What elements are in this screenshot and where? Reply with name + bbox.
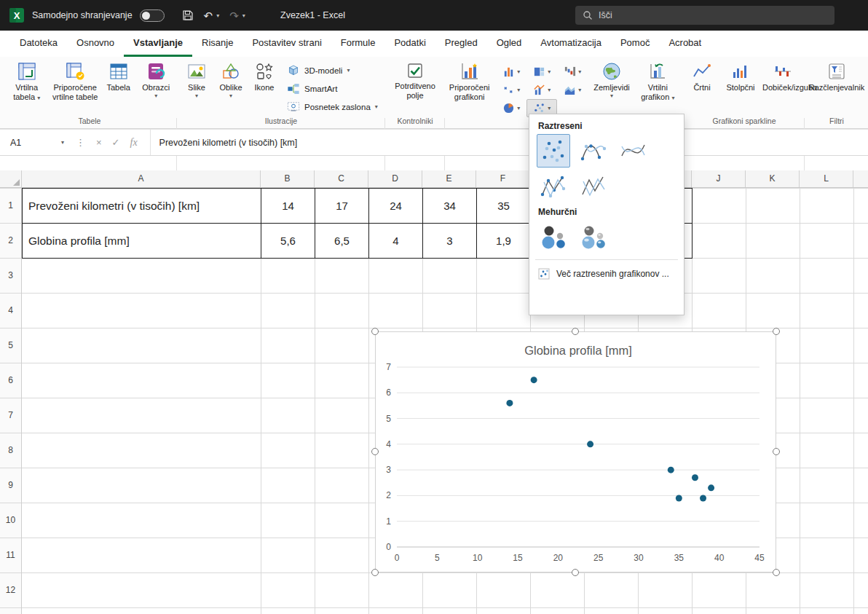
screenshot-button[interactable]: Posnetek zaslona ▾ — [287, 98, 378, 116]
confirm-entry-icon[interactable]: ✓ — [107, 137, 125, 148]
column-chart-button[interactable]: ▾ — [496, 63, 526, 81]
row-header-10[interactable]: 10 — [0, 503, 21, 538]
tab-podatki[interactable]: Podatki — [384, 31, 435, 57]
row-header-2[interactable]: 2 — [0, 223, 21, 258]
tab-datoteka[interactable]: Datoteka — [10, 31, 67, 57]
cancel-entry-icon[interactable]: × — [91, 137, 107, 148]
cell-d1[interactable]: 24 — [369, 189, 423, 224]
chart-selection-handle[interactable] — [371, 328, 379, 335]
name-box[interactable]: A1 ▾ — [0, 130, 70, 155]
cell-d2[interactable]: 4 — [369, 224, 423, 259]
insert-function-icon[interactable]: fx — [125, 137, 143, 149]
area-chart-button[interactable]: ▾ — [557, 81, 588, 99]
cell-e1[interactable]: 34 — [423, 189, 477, 224]
sparkline-line-button[interactable]: Črtni — [685, 58, 719, 93]
excel-logo-icon[interactable]: X — [9, 7, 25, 23]
cell-c1[interactable]: 17 — [315, 189, 369, 224]
column-header-l[interactable]: L — [800, 170, 853, 187]
chart-selection-handle[interactable] — [773, 569, 780, 576]
column-header-j[interactable]: J — [692, 170, 746, 187]
row-header-1[interactable]: 1 — [0, 188, 21, 223]
waterfall-chart-button[interactable]: ▾ — [557, 63, 588, 81]
sparkline-winloss-button[interactable]: Dobiček/izguba — [762, 58, 803, 93]
tab-osnovno[interactable]: Osnovno — [67, 31, 124, 57]
scatter-straight-option[interactable] — [577, 170, 610, 204]
autosave-toggle[interactable] — [140, 9, 165, 22]
row-header-12[interactable]: 12 — [0, 572, 21, 607]
column-header-c[interactable]: C — [315, 170, 368, 187]
cell-e2[interactable]: 3 — [423, 224, 477, 259]
cell-f1[interactable]: 35 — [477, 189, 531, 224]
undo-chevron-icon[interactable]: ▾ — [216, 12, 219, 19]
cell-a2[interactable]: Globina profila [mm] — [23, 224, 261, 259]
row-header-11[interactable]: 11 — [0, 538, 21, 572]
column-header-e[interactable]: E — [422, 170, 476, 187]
column-header-a[interactable]: A — [22, 170, 261, 187]
tab-acrobat[interactable]: Acrobat — [659, 31, 711, 57]
smartart-button[interactable]: SmartArt — [287, 79, 378, 98]
hierarchy-chart-button[interactable]: ▾ — [526, 63, 557, 81]
tab-postavitev-strani[interactable]: Postavitev strani — [242, 31, 331, 57]
column-header-k[interactable]: K — [746, 170, 800, 187]
cell-b1[interactable]: 14 — [261, 189, 315, 224]
tab-risanje[interactable]: Risanje — [192, 31, 242, 57]
tab-ogled[interactable]: Ogled — [487, 31, 532, 57]
pictures-button[interactable]: Slike▾ — [181, 58, 213, 99]
forms-button[interactable]: Obrazci▾ — [137, 58, 175, 99]
chart-selection-handle[interactable] — [773, 328, 780, 335]
tab-formule[interactable]: Formule — [331, 31, 385, 57]
row-header-4[interactable]: 4 — [0, 293, 21, 328]
tab-vstavljanje[interactable]: Vstavljanje — [124, 31, 192, 57]
checkbox-control-button[interactable]: Potrditveno polje — [389, 58, 441, 101]
row-header-7[interactable]: 7 — [0, 398, 21, 433]
row-header-9[interactable]: 9 — [0, 468, 21, 503]
more-scatter-charts-item[interactable]: Več raztresenih grafikonov ... — [529, 264, 684, 283]
row-header-3[interactable]: 3 — [0, 258, 21, 293]
sparkline-column-button[interactable]: Stolpčni — [722, 58, 760, 93]
chart-selection-handle[interactable] — [572, 328, 579, 335]
undo-icon[interactable]: ↶ — [204, 10, 213, 21]
chart-selection-handle[interactable] — [371, 569, 379, 576]
cell-c2[interactable]: 6,5 — [315, 224, 369, 259]
search-box[interactable]: Išči — [575, 6, 835, 25]
cell-b2[interactable]: 5,6 — [261, 224, 315, 259]
select-all-corner[interactable] — [0, 170, 22, 187]
recommended-pivots-button[interactable]: Priporočene vrtilne tabele — [50, 58, 99, 102]
pivot-chart-button[interactable]: Vrtilni grafikon ▾ — [636, 58, 680, 102]
line-chart-button[interactable]: ▾ — [496, 81, 526, 99]
scatter-option[interactable] — [537, 134, 570, 168]
table-button[interactable]: Tabela — [101, 58, 136, 93]
pivot-table-button[interactable]: Vrtilna tabela ▾ — [4, 58, 49, 102]
save-icon[interactable] — [182, 9, 194, 21]
name-box-chevron-icon[interactable]: ▾ — [61, 139, 64, 146]
combo-chart-button[interactable]: ▾ — [526, 81, 557, 99]
formula-content[interactable]: Prevoženi kilometri (v tisočih) [km] — [150, 130, 298, 155]
tab-pomoc[interactable]: Pomoč — [611, 31, 659, 57]
column-header-f[interactable]: F — [476, 170, 530, 187]
scatter-smooth-markers-option[interactable] — [577, 134, 610, 168]
cell-a1[interactable]: Prevoženi kilometri (v tisočih) [km] — [23, 189, 261, 224]
slicer-button[interactable]: Razčlenjevalnik — [805, 58, 868, 93]
tab-avtomatizacija[interactable]: Avtomatizacija — [531, 31, 611, 57]
3d-models-button[interactable]: 3D-modeli ▾ — [287, 61, 378, 79]
shapes-button[interactable]: Oblike▾ — [214, 58, 248, 99]
tab-pregled[interactable]: Pregled — [435, 31, 487, 57]
column-header-b[interactable]: B — [261, 170, 315, 187]
chart-selection-handle[interactable] — [572, 569, 579, 576]
row-header-8[interactable]: 8 — [0, 433, 21, 468]
bubble-3d-option[interactable] — [577, 220, 610, 253]
maps-button[interactable]: Zemljevidi▾ — [592, 58, 631, 99]
embedded-chart[interactable]: 01234567051015202530354045Globina profil… — [375, 331, 776, 572]
recommended-charts-button[interactable]: Priporočeni grafikoni — [447, 58, 492, 102]
row-header-5[interactable]: 5 — [0, 328, 21, 363]
pie-chart-button[interactable]: ▾ — [496, 99, 526, 117]
column-header-d[interactable]: D — [368, 170, 422, 187]
chart-selection-handle[interactable] — [773, 448, 780, 455]
chart-selection-handle[interactable] — [371, 448, 379, 455]
scatter-smooth-option[interactable] — [617, 134, 650, 168]
scatter-straight-markers-option[interactable] — [537, 170, 570, 204]
icons-button[interactable]: Ikone — [249, 58, 280, 93]
row-header-6[interactable]: 6 — [0, 363, 21, 398]
cell-f2[interactable]: 1,9 — [477, 224, 531, 259]
bubble-option[interactable] — [537, 220, 570, 253]
